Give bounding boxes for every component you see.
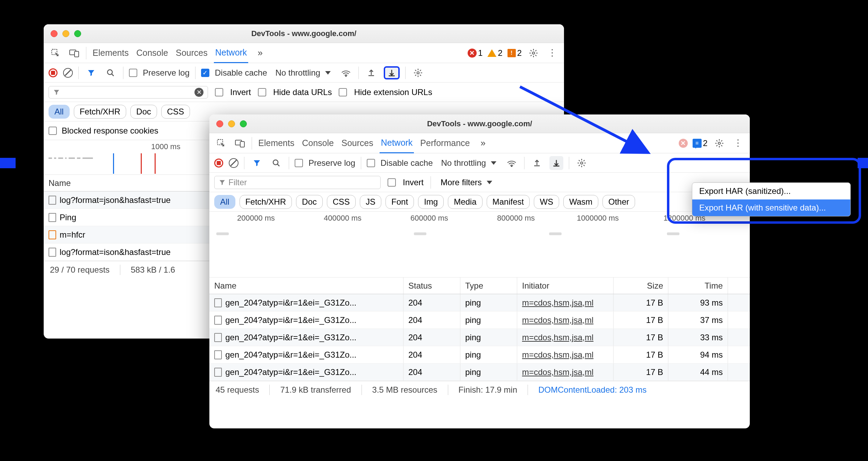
- clear-button[interactable]: [63, 68, 73, 78]
- device-toolbar-icon[interactable]: [67, 46, 81, 60]
- filter-toggle-icon[interactable]: [250, 156, 264, 170]
- chip-wasm[interactable]: Wasm: [563, 195, 598, 209]
- errors-badge[interactable]: ✕1: [468, 48, 483, 58]
- tab-sources[interactable]: Sources: [174, 43, 209, 62]
- record-button[interactable]: [214, 159, 223, 168]
- more-tabs-icon[interactable]: »: [253, 46, 267, 60]
- settings-icon[interactable]: [527, 46, 540, 60]
- record-button[interactable]: [49, 68, 58, 77]
- disable-cache-checkbox[interactable]: [367, 159, 375, 167]
- filter-input[interactable]: ✕: [49, 86, 208, 99]
- filter-toggle-icon[interactable]: [84, 66, 98, 80]
- hide-extension-urls-checkbox[interactable]: [339, 88, 347, 96]
- chip-fetch-xhr[interactable]: Fetch/XHR: [74, 105, 126, 119]
- minimize-window-button[interactable]: [62, 30, 69, 37]
- minimize-window-button[interactable]: [228, 120, 235, 127]
- close-window-button[interactable]: [216, 120, 223, 127]
- kebab-menu-icon[interactable]: ⋮: [545, 46, 559, 60]
- chat-badge[interactable]: ≡2: [693, 138, 708, 148]
- tab-elements[interactable]: Elements: [91, 43, 130, 62]
- hide-extension-urls-label: Hide extension URLs: [354, 87, 432, 97]
- col-time[interactable]: Time: [668, 278, 728, 294]
- chip-doc[interactable]: Doc: [130, 105, 157, 119]
- table-row[interactable]: gen_204?atyp=i&r=1&ei=_G31Zo...204pingm=…: [209, 364, 750, 381]
- close-window-button[interactable]: [51, 30, 58, 37]
- export-har-sanitized[interactable]: Export HAR (sanitized)...: [692, 183, 850, 199]
- inspect-element-icon[interactable]: [214, 136, 228, 150]
- initiator-link[interactable]: m=cdos,hsm,jsa,ml: [522, 315, 593, 325]
- chip-media[interactable]: Media: [448, 195, 482, 209]
- issues-badge[interactable]: !2: [507, 48, 522, 58]
- disable-cache-checkbox[interactable]: ✓: [201, 69, 209, 77]
- col-name[interactable]: Name: [209, 278, 403, 294]
- tab-console[interactable]: Console: [301, 134, 335, 153]
- throttling-select[interactable]: No throttling: [272, 67, 333, 79]
- more-tabs-icon[interactable]: »: [476, 136, 490, 150]
- col-initiator[interactable]: Initiator: [517, 278, 614, 294]
- table-row[interactable]: gen_204?atyp=i&r=1&ei=_G31Zo...204pingm=…: [209, 294, 750, 311]
- table-row[interactable]: gen_204?atyp=i&r=1&ei=_G31Zo...204pingm=…: [209, 329, 750, 346]
- clear-filter-icon[interactable]: ✕: [194, 88, 203, 97]
- document-icon: [214, 316, 222, 325]
- throttling-select[interactable]: No throttling: [438, 157, 499, 169]
- chip-manifest[interactable]: Manifest: [487, 195, 530, 209]
- warnings-badge[interactable]: 2: [487, 48, 502, 58]
- document-icon: [214, 333, 222, 342]
- kebab-menu-icon[interactable]: ⋮: [731, 136, 745, 150]
- titlebar: DevTools - www.google.com/: [44, 24, 564, 43]
- import-har-icon[interactable]: [364, 66, 378, 80]
- chip-fetch-xhr[interactable]: Fetch/XHR: [240, 195, 292, 209]
- clear-button[interactable]: [229, 158, 238, 168]
- blocked-cookies-checkbox[interactable]: [49, 127, 57, 135]
- invert-checkbox[interactable]: [388, 178, 396, 187]
- caret-down-icon: [487, 181, 492, 184]
- col-status[interactable]: Status: [403, 278, 460, 294]
- overview-timeline[interactable]: 200000 ms 400000 ms 600000 ms 800000 ms …: [209, 212, 750, 278]
- network-settings-icon[interactable]: [411, 66, 425, 80]
- request-name: log?format=ison&hasfast=true: [60, 247, 171, 257]
- divider: [269, 385, 270, 395]
- maximize-window-button[interactable]: [240, 120, 247, 127]
- hide-data-urls-checkbox[interactable]: [258, 88, 266, 96]
- col-type[interactable]: Type: [460, 278, 517, 294]
- inspect-element-icon[interactable]: [49, 46, 62, 60]
- network-conditions-icon[interactable]: [339, 66, 353, 80]
- more-filters-select[interactable]: More filters: [438, 177, 495, 188]
- divider: [528, 385, 528, 395]
- invert-checkbox[interactable]: [215, 88, 223, 96]
- device-toolbar-icon[interactable]: [233, 136, 247, 150]
- chip-font[interactable]: Font: [385, 195, 414, 209]
- maximize-window-button[interactable]: [74, 30, 81, 37]
- chip-all[interactable]: All: [49, 105, 70, 119]
- chip-ws[interactable]: WS: [534, 195, 559, 209]
- filter-input[interactable]: Filter: [214, 176, 381, 189]
- tab-performance[interactable]: Performance: [419, 134, 471, 153]
- chip-other[interactable]: Other: [602, 195, 635, 209]
- svg-rect-2: [75, 51, 79, 57]
- initiator-link[interactable]: m=cdos,hsm,jsa,ml: [522, 350, 593, 360]
- search-icon[interactable]: [104, 66, 118, 80]
- export-har-button-highlighted[interactable]: [384, 66, 400, 79]
- preserve-log-checkbox[interactable]: [129, 69, 137, 77]
- chip-doc[interactable]: Doc: [296, 195, 323, 209]
- chip-all[interactable]: All: [214, 195, 235, 209]
- initiator-link[interactable]: m=cdos,hsm,jsa,ml: [522, 333, 593, 342]
- tab-console[interactable]: Console: [135, 43, 170, 62]
- preserve-log-checkbox[interactable]: [295, 159, 303, 167]
- tab-network[interactable]: Network: [380, 133, 414, 153]
- tab-network[interactable]: Network: [214, 43, 249, 63]
- col-size[interactable]: Size: [614, 278, 668, 294]
- chip-css[interactable]: CSS: [161, 105, 190, 119]
- chip-js[interactable]: JS: [360, 195, 381, 209]
- initiator-link[interactable]: m=cdos,hsm,jsa,ml: [522, 298, 593, 308]
- initiator-link[interactable]: m=cdos,hsm,jsa,ml: [522, 367, 593, 377]
- table-row[interactable]: gen_204?atyp=i&r=1&ei=_G31Zo...204pingm=…: [209, 346, 750, 364]
- table-row[interactable]: gen_204?atyp=i&r=1&ei=_G31Zo...204pingm=…: [209, 311, 750, 329]
- settings-icon[interactable]: [712, 136, 726, 150]
- chip-img[interactable]: Img: [418, 195, 444, 209]
- tab-elements[interactable]: Elements: [257, 134, 296, 153]
- export-har-sensitive[interactable]: Export HAR (with sensitive data)...: [692, 199, 850, 216]
- search-icon[interactable]: [269, 156, 283, 170]
- chip-css[interactable]: CSS: [327, 195, 356, 209]
- tab-sources[interactable]: Sources: [340, 134, 375, 153]
